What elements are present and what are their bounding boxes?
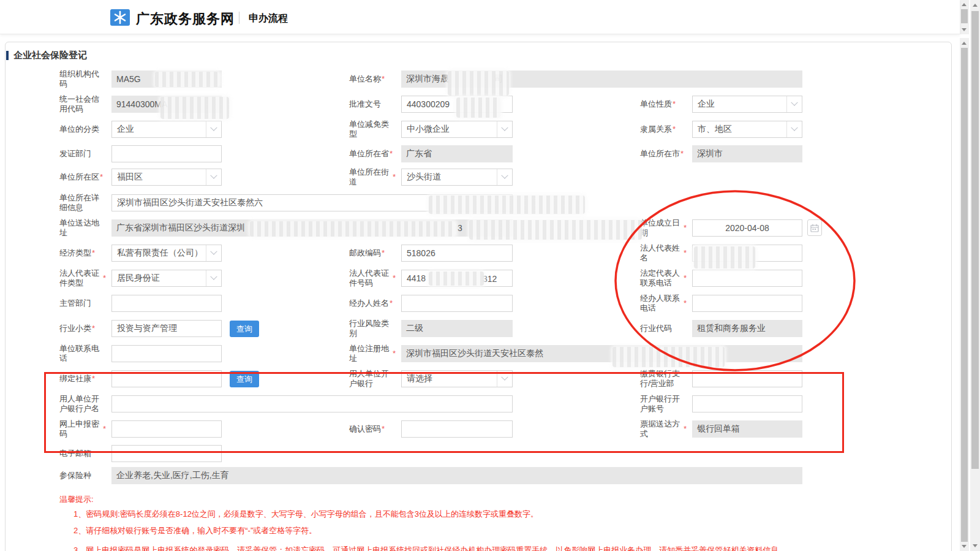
district-value: 福田区 — [117, 172, 143, 183]
industry_code-input: 租赁和商务服务业 — [692, 320, 802, 337]
province-value: 广东省 — [406, 148, 432, 159]
unit_nature-value: 企业 — [698, 99, 715, 110]
required-asterisk: * — [684, 248, 687, 258]
city-label: 单位所在市* — [640, 145, 687, 162]
chevron-down-icon — [210, 124, 217, 131]
required-asterisk: * — [103, 273, 106, 283]
affiliation-label: 隶属关系* — [640, 121, 687, 138]
cert_no-label: 法人代表证件号码* — [349, 270, 396, 287]
redaction-blur — [429, 272, 484, 286]
street-label-text: 单位所在街道 — [349, 167, 392, 187]
handler_phone-input[interactable] — [692, 295, 802, 312]
unit_nature-select[interactable]: 企业 — [692, 96, 802, 113]
industry_sub-query-button[interactable]: 查询 — [230, 321, 259, 337]
select-arrow-box[interactable] — [786, 96, 802, 112]
cert_no-label-text: 法人代表证件号码 — [349, 268, 392, 288]
postal-input[interactable]: 518026 — [401, 245, 513, 262]
cert_type-select[interactable]: 居民身份证 — [111, 270, 222, 287]
window-scrollbar-track[interactable] — [970, 0, 980, 551]
delivery_addr-label: 单位送达地址 — [59, 219, 106, 237]
required-asterisk: * — [684, 273, 687, 283]
industry_sub-label-text: 行业小类 — [59, 324, 91, 333]
supervisor-label: 主管部门 — [59, 295, 106, 312]
scroll-up-icon[interactable] — [973, 4, 978, 7]
site-header: 广东政务服务网 申办流程 — [0, 0, 960, 34]
header-scrollbar-track[interactable] — [960, 0, 969, 34]
affiliation-select[interactable]: 市、地区 — [692, 121, 802, 138]
redaction-blur — [429, 196, 585, 214]
redaction-blur — [469, 220, 642, 240]
legal_phone-label-text: 法定代表人联系电话 — [640, 268, 683, 288]
industry_code-label-text: 行业代码 — [640, 324, 672, 333]
affiliation-label-text: 隶属关系 — [640, 124, 672, 134]
select-arrow-box[interactable] — [206, 169, 221, 185]
est_date-value: 2020-04-08 — [725, 223, 769, 233]
industry_sub-input[interactable]: 投资与资产管理 — [111, 320, 222, 337]
form-scrollbar-track[interactable] — [960, 38, 969, 551]
scroll-down-icon[interactable] — [973, 544, 978, 547]
scroll-up-icon[interactable] — [962, 3, 967, 6]
relief_type-label-text: 单位减免类型 — [349, 120, 396, 139]
industry_risk-label-text: 行业风险类别 — [349, 319, 396, 338]
select-arrow-box[interactable] — [206, 270, 221, 286]
header-divider — [239, 12, 239, 24]
tip-item-1: 1、密码规则:密码长度必须在8-12位之间，必须是数字、大写字母、小写字母的组合… — [74, 509, 538, 520]
redaction-blur — [456, 97, 500, 118]
district-label-text: 单位所在区 — [59, 172, 99, 182]
insurance_types-value: 企业养老,失业,医疗,工伤,生育 — [116, 470, 229, 481]
relief_type-label: 单位减免类型 — [349, 121, 396, 138]
section-title-bar — [6, 51, 9, 60]
unit_phone-label-text: 单位联系电话 — [59, 344, 106, 363]
unit_class-value: 企业 — [117, 124, 134, 135]
scroll-down-icon[interactable] — [962, 545, 967, 548]
supervisor-input[interactable] — [111, 295, 222, 312]
city-value: 深圳市 — [697, 148, 723, 159]
econ_type-value: 私营有限责任（公司） — [117, 248, 203, 259]
required-asterisk: * — [100, 172, 103, 182]
handler_name-input[interactable] — [401, 295, 513, 312]
nav-apply-flow[interactable]: 申办流程 — [249, 12, 288, 25]
legal_phone-label: 法定代表人联系电话* — [640, 270, 687, 287]
app-root: 广东政务服务网 申办流程 企业社会保险登记 组织机构代码MA5G单位名称*深圳市… — [0, 0, 980, 551]
issuing_dept-input[interactable] — [111, 145, 222, 162]
handler_name-label: 经办人姓名* — [349, 295, 396, 312]
select-arrow-box[interactable] — [786, 121, 802, 137]
redaction-blur — [160, 97, 229, 119]
district-select[interactable]: 福田区 — [111, 169, 222, 186]
est_date-input[interactable]: 2020-04-08 — [692, 219, 802, 237]
approval_no-label-text: 批准文号 — [349, 99, 381, 109]
approval_no-value: 440300209 — [407, 99, 450, 109]
affiliation-value: 市、地区 — [698, 124, 732, 135]
chevron-down-icon — [210, 172, 217, 179]
calendar-icon[interactable] — [807, 219, 822, 236]
header-scrollbar-thumb[interactable] — [961, 9, 968, 23]
scroll-up-icon[interactable] — [962, 42, 967, 45]
reg_addr-label: 单位注册地址* — [349, 345, 396, 362]
econ_type-label: 经济类型* — [59, 245, 106, 262]
window-scrollbar-thumb[interactable] — [971, 11, 979, 469]
chevron-down-icon — [791, 99, 797, 106]
est_date-label-text: 单位成立日期 — [640, 218, 683, 238]
unit_class-select[interactable]: 企业 — [111, 121, 222, 138]
select-arrow-box[interactable] — [497, 121, 512, 137]
industry_risk-value: 二级 — [406, 323, 423, 334]
select-arrow-box[interactable] — [206, 245, 221, 261]
form-scrollbar-thumb[interactable] — [961, 48, 968, 542]
select-arrow-box[interactable] — [206, 121, 221, 137]
annotation-rectangle — [44, 372, 844, 453]
relief_type-select[interactable]: 中小微企业 — [401, 121, 513, 138]
site-name: 广东政务服务网 — [136, 10, 235, 28]
legal_phone-input[interactable] — [692, 270, 802, 287]
reg_addr-value: 深圳市福田区沙头街道天安社区泰然 — [406, 348, 543, 359]
scroll-down-icon[interactable] — [962, 28, 967, 31]
unit_phone-label: 单位联系电话 — [59, 345, 106, 362]
tip-item-3-clipped: 3、网上申报密码是网上申报系统的登录密码，请妥善保管；如遗忘密码，可通过网上申报… — [74, 545, 949, 551]
approval_no-label: 批准文号 — [349, 96, 396, 113]
street-select[interactable]: 沙头街道 — [401, 169, 513, 186]
legal_name-label-text: 法人代表姓名 — [640, 243, 683, 263]
redaction-blur — [694, 246, 755, 268]
unit_phone-input[interactable] — [111, 345, 222, 362]
select-arrow-box[interactable] — [497, 169, 512, 185]
econ_type-select[interactable]: 私营有限责任（公司） — [111, 245, 222, 262]
credit_code-label-text: 统一社会信用代码 — [59, 94, 106, 114]
